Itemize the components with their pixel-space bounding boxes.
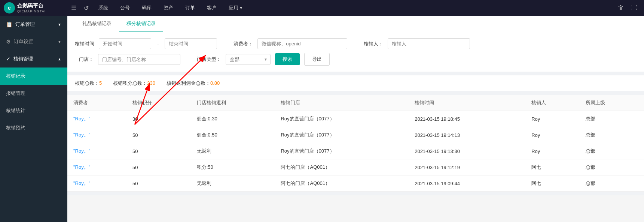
cell-verifier-2: Roy	[525, 143, 580, 159]
logo: e 企鹅码平台 QIEMAPINGTAI	[4, 2, 60, 14]
summary-total-label: 核销总数：5	[75, 80, 102, 87]
logo-main: 企鹅码平台	[17, 3, 46, 9]
cell-rebate-3: 积分:50	[191, 159, 275, 176]
order-mgmt-icon: 📋	[6, 21, 12, 27]
sidebar-order-settings-label: 订单设置	[14, 38, 33, 45]
summary-points-label: 核销积分总数：230	[113, 80, 155, 87]
table-row: "Roy。" 50 无返利 Roy的直营门店（0077） 2021-03-15 …	[67, 143, 644, 159]
tab-gift[interactable]: 礼品核销记录	[75, 16, 119, 32]
cell-verifier-1: Roy	[525, 127, 580, 143]
end-time-input[interactable]	[165, 38, 217, 49]
sidebar-item-verify-reservation[interactable]: 核销预约	[0, 119, 67, 136]
data-table: 消费者 核销积分 门店核销返利 核销门店 核销时间 核销人 所属上级 "Roy。…	[67, 95, 644, 192]
consumer-label: 消费者：	[234, 40, 253, 47]
cell-parent-4: 总部	[580, 176, 644, 192]
store-input[interactable]	[98, 54, 180, 65]
cell-rebate-4: 无返利	[191, 176, 275, 192]
cell-points-0: 30	[126, 111, 191, 127]
table-section: 消费者 核销积分 门店核销返利 核销门店 核销时间 核销人 所属上级 "Roy。…	[67, 95, 644, 192]
export-button[interactable]: 导出	[304, 53, 330, 66]
sidebar-verify-stats-label: 核销统计	[6, 107, 25, 114]
table-row: "Roy。" 50 积分:50 阿七的门店（AQ001） 2021-03-15 …	[67, 159, 644, 176]
content-wrapper: 礼品核销记录 积分核销记录 核销时间 - 消费者： 核销人：	[67, 16, 644, 222]
col-points: 核销积分	[126, 95, 191, 111]
verifier-label: 核销人：	[364, 40, 383, 47]
cell-points-3: 50	[126, 159, 191, 176]
filter-row-1: 核销时间 - 消费者： 核销人：	[75, 38, 637, 49]
nav-gonghu[interactable]: 公号	[114, 0, 136, 16]
cell-points-2: 50	[126, 143, 191, 159]
expand-icon[interactable]: ⛶	[628, 2, 640, 14]
consumer-link-0[interactable]: "Roy。"	[73, 116, 90, 122]
start-time-input[interactable]	[99, 38, 151, 49]
cell-rebate-1: 佣金:0.50	[191, 127, 275, 143]
sidebar-item-order-settings[interactable]: ⚙ 订单设置 ▼	[0, 33, 67, 50]
tab-points[interactable]: 积分核销记录	[119, 16, 163, 32]
store-type-select-wrapper: 全部 直营店 加盟店	[226, 54, 271, 65]
sidebar-item-verify-mgmt[interactable]: ✓ 核销管理 ▲	[0, 50, 67, 68]
main-layout: 📋 订单管理 ▼ ⚙ 订单设置 ▼ ✓ 核销管理 ▲ 核销记录	[0, 16, 644, 222]
verify-time-label: 核销时间	[75, 40, 94, 47]
nav-kehu[interactable]: 客户	[201, 0, 223, 16]
trash-icon[interactable]: 🗑	[615, 2, 627, 14]
verifier-input[interactable]	[388, 38, 470, 49]
nav-dingdan[interactable]: 订单	[179, 0, 201, 16]
sidebar-verify-records-label: 核销记录	[6, 73, 25, 80]
cell-verifier-4: 阿七	[525, 176, 580, 192]
cell-consumer-4: "Roy。"	[67, 176, 126, 192]
consumer-link-2[interactable]: "Roy。"	[73, 148, 90, 154]
cell-time-3: 2021-03-15 19:12:19	[409, 159, 525, 176]
logo-sub: QIEMAPINGTAI	[17, 9, 46, 13]
cell-consumer-1: "Roy。"	[67, 127, 126, 143]
cell-points-4: 50	[126, 176, 191, 192]
consumer-link-4[interactable]: "Roy。"	[73, 180, 90, 186]
store-type-select[interactable]: 全部 直营店 加盟店	[226, 54, 271, 65]
col-verifier: 核销人	[525, 95, 580, 111]
refresh-icon[interactable]: ↺	[80, 0, 92, 16]
cell-verifier-0: Roy	[525, 111, 580, 127]
cell-time-4: 2021-03-15 19:09:44	[409, 176, 525, 192]
cell-time-2: 2021-03-15 19:13:30	[409, 143, 525, 159]
menu-toggle-icon[interactable]: ☰	[67, 0, 80, 16]
sidebar-reimbursement-label: 报销管理	[6, 90, 25, 97]
cell-parent-0: 总部	[580, 111, 644, 127]
cell-store-1: Roy的直营门店（0077）	[275, 127, 409, 143]
sidebar-item-verify-records[interactable]: 核销记录	[0, 68, 67, 85]
search-button[interactable]: 搜索	[275, 53, 300, 65]
cell-parent-2: 总部	[580, 143, 644, 159]
consumer-link-3[interactable]: "Roy。"	[73, 164, 90, 170]
cell-time-0: 2021-03-15 19:18:45	[409, 111, 525, 127]
filter-row-2: 门店： 门店类型： 全部 直营店 加盟店 搜索 导出	[75, 53, 637, 66]
nav-zichan[interactable]: 资产	[158, 0, 179, 16]
col-time: 核销时间	[409, 95, 525, 111]
sidebar-order-mgmt-label: 订单管理	[15, 21, 35, 28]
store-type-label: 门店类型：	[197, 56, 221, 63]
nav-system[interactable]: 系统	[92, 0, 114, 16]
sidebar-verify-mgmt-label: 核销管理	[13, 56, 33, 62]
cell-rebate-2: 无返利	[191, 143, 275, 159]
summary-section: 核销总数：5 核销积分总数：230 核销返利佣金总数：0.80	[67, 75, 644, 91]
order-settings-arrow: ▼	[58, 40, 61, 44]
cell-verifier-3: 阿七	[525, 159, 580, 176]
summary-total-value: 5	[99, 80, 102, 86]
verify-mgmt-icon: ✓	[6, 56, 10, 62]
nav-maku[interactable]: 码库	[136, 0, 158, 16]
logo-text: 企鹅码平台 QIEMAPINGTAI	[17, 3, 46, 13]
nav-yingyong[interactable]: 应用 ▾	[223, 0, 248, 16]
sidebar-item-reimbursement[interactable]: 报销管理	[0, 85, 67, 102]
consumer-link-1[interactable]: "Roy。"	[73, 132, 90, 138]
cell-consumer-3: "Roy。"	[67, 159, 126, 176]
sidebar: 📋 订单管理 ▼ ⚙ 订单设置 ▼ ✓ 核销管理 ▲ 核销记录	[0, 16, 67, 222]
col-parent: 所属上级	[580, 95, 644, 111]
sidebar-item-order-mgmt[interactable]: 📋 订单管理 ▼	[0, 16, 67, 33]
cell-parent-1: 总部	[580, 127, 644, 143]
summary-rebate-label: 核销返利佣金总数：0.80	[167, 80, 220, 87]
order-settings-icon: ⚙	[6, 39, 11, 45]
cell-store-2: Roy的直营门店（0077）	[275, 143, 409, 159]
sidebar-item-verify-stats[interactable]: 核销统计	[0, 102, 67, 119]
consumer-input[interactable]	[257, 38, 347, 49]
time-separator: -	[156, 41, 160, 46]
filter-section: 核销时间 - 消费者： 核销人： 门店： 门店类型：	[67, 32, 644, 72]
summary-rebate-value: 0.80	[210, 80, 220, 86]
col-rebate: 门店核销返利	[191, 95, 275, 111]
